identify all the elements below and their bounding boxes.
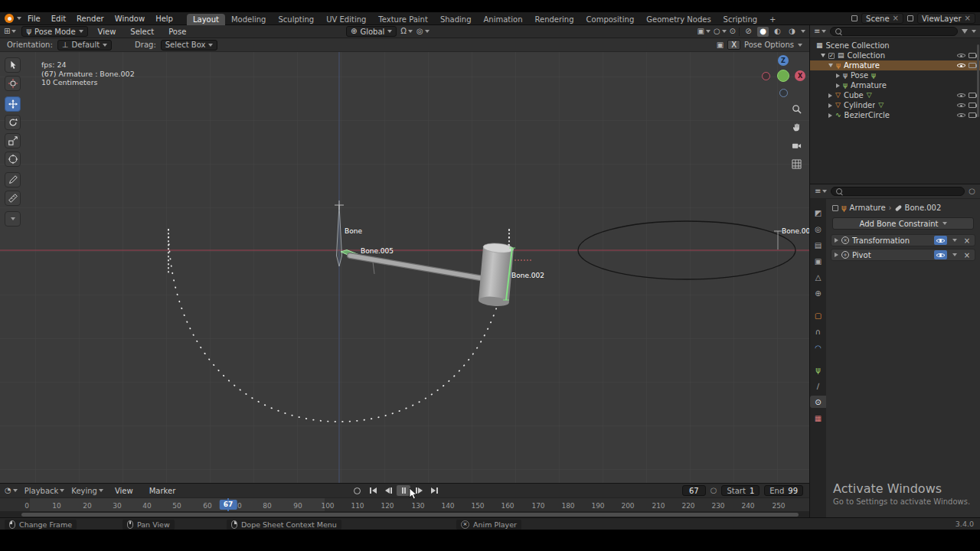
viewport-3d[interactable]: Bone Bone.005 Bone.002 Bone.001 fps: 24 … — [0, 52, 809, 483]
collapse-arrow-icon[interactable] — [828, 93, 832, 98]
jump-to-start-button[interactable] — [366, 485, 380, 496]
show-gizmo-button[interactable]: ▣ — [697, 28, 710, 35]
tool-scale[interactable] — [5, 133, 21, 148]
properties-tab-constraints[interactable]: ∩ — [810, 325, 826, 337]
blender-menu-chevron-icon[interactable] — [17, 17, 21, 20]
hide-in-viewport-icon[interactable] — [957, 112, 965, 119]
properties-tab-output[interactable]: ▤ — [810, 239, 826, 251]
tab-texture-paint[interactable]: Texture Paint — [372, 14, 434, 25]
menu-render[interactable]: Render — [72, 14, 109, 24]
menu-help[interactable]: Help — [151, 14, 178, 24]
expand-arrow-icon[interactable] — [821, 54, 825, 57]
gizmo-x-neg-axis[interactable] — [762, 72, 770, 80]
stop-player-icon[interactable]: × — [461, 520, 469, 529]
expand-arrow-icon[interactable] — [828, 64, 833, 67]
tab-sculpting[interactable]: Sculpting — [272, 14, 320, 25]
current-frame-indicator[interactable]: 67 — [220, 500, 237, 510]
auto-keying-record-button[interactable] — [354, 487, 361, 494]
collapse-arrow-icon[interactable] — [828, 113, 832, 118]
tab-compositing[interactable]: Compositing — [580, 14, 641, 25]
disable-in-renders-icon[interactable] — [969, 103, 976, 108]
constraint-delete-button[interactable]: × — [962, 236, 972, 245]
shading-solid-button[interactable]: ● — [757, 27, 769, 37]
menu-playback[interactable]: Playback — [24, 487, 65, 495]
pose-options-chevron-icon[interactable] — [798, 44, 802, 47]
properties-tab-world[interactable]: ⊕ — [810, 287, 826, 299]
drag-mode-dropdown[interactable]: Select Box — [161, 40, 218, 51]
blender-logo-icon[interactable] — [5, 14, 14, 23]
properties-tab-object[interactable]: ▢ — [810, 309, 826, 321]
disable-in-renders-icon[interactable] — [969, 93, 976, 98]
constraint-expand-icon[interactable] — [835, 238, 838, 243]
xray-toggle-button[interactable]: ⊙ — [730, 28, 736, 35]
tool-move[interactable] — [5, 96, 21, 112]
timeline-scrollbar-thumb[interactable] — [21, 513, 799, 517]
start-frame-field[interactable]: Start 1 — [721, 485, 760, 496]
tab-scripting[interactable]: Scripting — [717, 14, 763, 25]
mode-selector[interactable]: ψ Pose Mode — [21, 26, 87, 37]
outliner-search-input[interactable] — [830, 27, 958, 36]
menu-keying[interactable]: Keying — [71, 487, 103, 495]
tab-layout[interactable]: Layout — [187, 14, 225, 25]
menu-viewport-select[interactable]: Select — [126, 27, 158, 37]
constraint-extras-button[interactable] — [950, 250, 959, 259]
timeline-ruler[interactable]: 0 10 20 30 40 50 60 70 80 90 100 110 120… — [0, 497, 809, 511]
shading-material-button[interactable]: ◐ — [772, 27, 783, 37]
pose-options-label[interactable]: Pose Options — [744, 41, 794, 49]
outliner-editor-button[interactable]: ≡ — [814, 28, 826, 35]
disable-in-renders-icon[interactable] — [969, 53, 976, 58]
mirror-icon[interactable]: ▣ — [717, 41, 724, 49]
outliner-row-collection[interactable]: ✓ ▤ Collection — [810, 51, 980, 60]
shading-wireframe-button[interactable]: ⊘ — [743, 27, 754, 37]
gizmo-z-axis[interactable]: Z — [778, 55, 789, 66]
timeline-scrollbar[interactable] — [0, 511, 809, 517]
current-frame-field[interactable]: 67 — [682, 485, 706, 496]
collapse-arrow-icon[interactable] — [836, 73, 840, 78]
scene-unlink-icon[interactable]: × — [893, 15, 899, 22]
constraint-extras-button[interactable] — [950, 236, 959, 245]
properties-tab-tool[interactable]: ◩ — [810, 207, 826, 219]
outliner-row-pose[interactable]: ψ Pose ψ — [810, 70, 980, 80]
tab-animation[interactable]: Animation — [478, 14, 529, 25]
gizmo-y-axis[interactable] — [777, 70, 789, 82]
constraint-transformation[interactable]: × Transformation × — [831, 234, 975, 246]
proportional-edit-button[interactable]: ◎ — [416, 28, 430, 35]
shading-rendered-button[interactable]: ◑ — [786, 27, 798, 37]
jump-to-end-button[interactable] — [427, 485, 441, 496]
hide-in-viewport-icon[interactable] — [957, 52, 965, 59]
menu-file[interactable]: File — [23, 14, 45, 24]
toolbar-expand-button[interactable] — [5, 211, 21, 227]
properties-tab-bone[interactable]: ∕ — [810, 380, 826, 392]
tab-rendering[interactable]: Rendering — [528, 14, 580, 25]
disable-in-renders-icon[interactable] — [969, 63, 976, 68]
menu-viewport-view[interactable]: View — [93, 27, 121, 37]
collapse-arrow-icon[interactable] — [828, 103, 832, 108]
tool-rotate[interactable] — [5, 115, 21, 130]
breadcrumb-object-name[interactable]: Armature — [850, 204, 886, 212]
properties-editor-button[interactable]: ≡ — [815, 187, 827, 195]
collection-checkbox[interactable]: ✓ — [828, 53, 835, 59]
hide-in-viewport-icon[interactable] — [957, 92, 965, 99]
outliner-row-cube[interactable]: ▽ Cube ▽ — [810, 90, 980, 100]
breadcrumb-bone-name[interactable]: Bone.002 — [905, 204, 942, 212]
menu-timeline-marker[interactable]: Marker — [145, 486, 181, 496]
end-frame-field[interactable]: End 99 — [764, 485, 803, 496]
tool-3d-cursor[interactable] — [5, 76, 21, 91]
tool-tweak-select[interactable] — [5, 57, 21, 73]
transform-orientation-dropdown[interactable]: ⊕ Global — [346, 26, 397, 37]
tool-transform[interactable] — [5, 152, 21, 167]
constraint-delete-button[interactable]: × — [962, 250, 972, 259]
properties-search-input[interactable] — [831, 187, 965, 196]
orientation-default-dropdown[interactable]: ⊥ Default — [57, 40, 112, 51]
outliner-row-bezier-circle[interactable]: ∿ BezierCircle — [810, 110, 980, 120]
constraint-pivot[interactable]: + Pivot × — [831, 249, 975, 261]
camera-view-button[interactable] — [789, 139, 803, 152]
tool-annotate[interactable] — [5, 172, 21, 187]
scene-selector[interactable]: Scene × — [861, 13, 903, 24]
outliner-scrollbar[interactable] — [977, 44, 979, 117]
tab-uv-editing[interactable]: UV Editing — [320, 14, 372, 25]
properties-tab-physics[interactable]: ◠ — [810, 341, 826, 354]
properties-tab-bone-constraints[interactable]: ⊙ — [810, 396, 826, 408]
properties-tab-scene[interactable]: △ — [810, 271, 826, 283]
menu-edit[interactable]: Edit — [47, 14, 70, 24]
